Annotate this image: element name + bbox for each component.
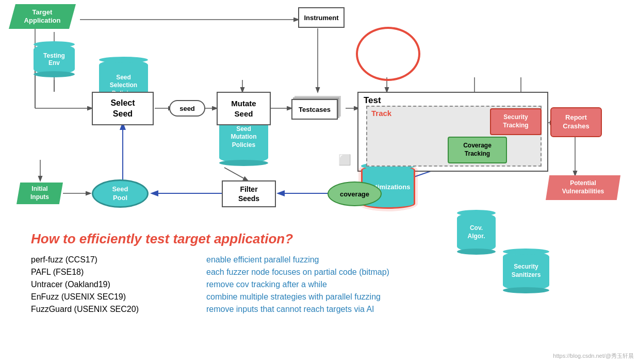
cursor: ⬜ xyxy=(338,154,351,166)
table-right-0: enable efficient parallel fuzzing xyxy=(206,255,319,264)
security-tracking-node: Security Tracking xyxy=(490,108,542,135)
seed-pool-node: Seed Pool xyxy=(92,179,149,208)
track-label: Track xyxy=(371,109,391,118)
testing-env-node: Testing Env xyxy=(34,44,75,74)
security-sanitizers-node: Security Sanitizers xyxy=(503,252,549,290)
table-row: FuzzGuard (USENIX SEC20)remove inputs th… xyxy=(31,305,607,314)
test-label: Test xyxy=(364,95,381,106)
report-crashes-node: Report Crashes xyxy=(550,107,602,137)
testcases-node: Testcases xyxy=(291,99,338,120)
coverage-node: coverage xyxy=(328,181,382,206)
target-application-node: Target Application xyxy=(9,4,76,29)
table-right-3: combine multiple strategies with paralle… xyxy=(206,292,381,302)
table-left-3: EnFuzz (USENIX SEC19) xyxy=(31,292,206,302)
table-left-0: perf-fuzz (CCS17) xyxy=(31,255,206,264)
watermark: https://blog.csdn.net/@秀玉轩晨 xyxy=(553,352,634,360)
table-row: EnFuzz (USENIX SEC19)combine multiple st… xyxy=(31,292,607,302)
table-left-1: PAFL (FSE18) xyxy=(31,268,206,277)
seed-label-node: seed xyxy=(169,100,205,117)
diagram: Target Application Instrument Testing En… xyxy=(0,0,638,222)
mutate-seed-node: Mutate Seed xyxy=(217,92,271,125)
table-right-4: remove inputs that cannot reach targets … xyxy=(206,305,374,314)
initial-inputs-node: Initial Inputs xyxy=(17,183,63,204)
table-left-2: Untracer (Oakland19) xyxy=(31,280,206,289)
table-right-1: each fuzzer node focuses on partial code… xyxy=(206,268,389,277)
table-right-2: remove cov tracking after a while xyxy=(206,280,327,289)
instrument-node: Instrument xyxy=(298,7,345,28)
svg-line-19 xyxy=(224,168,248,180)
cov-algor-node: Cov. Algor. xyxy=(457,213,496,252)
optimizations-red-circle xyxy=(356,27,420,81)
select-seed-node: Select Seed xyxy=(92,92,154,125)
question-text: How to efficiently test target applicati… xyxy=(31,231,607,247)
potential-vulnerabilities-node: Potential Vulnerabilities xyxy=(546,175,620,200)
coverage-tracking-node: Coverage Tracking xyxy=(448,137,507,163)
table-left-4: FuzzGuard (USENIX SEC20) xyxy=(31,305,206,314)
filter-seeds-node: Filter Seeds xyxy=(222,180,276,207)
